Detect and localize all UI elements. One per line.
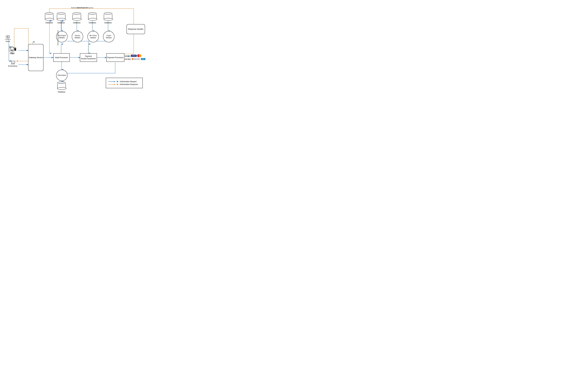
db1-cylinder: [45, 12, 53, 20]
tokenization-label: Tokenization: [57, 74, 66, 76]
svg-marker-49: [117, 81, 119, 82]
db2-body: [57, 14, 65, 20]
auth-request-vertical-label: Authorization Request: [57, 30, 59, 45]
initial-processor-box: Initial Processor: [53, 53, 70, 62]
legend-item-orange: Authorization Response: [108, 83, 140, 85]
db2-top: [57, 12, 65, 14]
initial-processor-label: Initial Processor: [55, 56, 68, 59]
mc-right: [139, 54, 141, 57]
legend-blue-label: Authorization Request: [120, 81, 136, 82]
db5-cylinder: [104, 12, 112, 20]
svg-point-47: [11, 63, 12, 64]
gateway-label: Gateway Service: [29, 56, 43, 59]
db3-body: [73, 14, 81, 20]
response-handler-box: Response Handler: [126, 24, 145, 34]
db3-wrap: Database: [73, 12, 81, 24]
db2-cylinder: [57, 12, 65, 20]
db4-wrap: Database: [88, 12, 97, 24]
db3-top: [73, 12, 81, 14]
svg-point-48: [13, 63, 14, 64]
payment-processor-label: Payment Processor: [107, 56, 123, 59]
legend-orange-label: Authorization Response: [120, 83, 138, 85]
crypto-validator-label: Crypto Validator: [103, 34, 114, 39]
db4-label: Database: [89, 22, 96, 24]
db6-cylinder: [57, 82, 66, 89]
bin-check-circle: Bin Check Validator: [87, 31, 99, 42]
iso-8583-top: ISO 8583: [125, 55, 131, 57]
db3-label: Database: [73, 22, 80, 24]
users-label: Users: [6, 40, 10, 42]
discover-text: DISCOVER: [134, 58, 140, 60]
gateway-box: Gateway Service: [28, 44, 43, 71]
payment-router-label: Payment Router/Transformer: [80, 55, 97, 60]
bin-check-label: Bin Check Validator: [88, 34, 98, 39]
service-validator-label: Service Validator: [72, 34, 83, 39]
orange-arrow-icon: [117, 84, 119, 85]
legend-item-blue: Authorization Request: [108, 81, 140, 82]
card-row-1: VISA: [131, 54, 145, 57]
db1-top: [45, 12, 53, 14]
amex-logo: AMEX: [141, 58, 145, 60]
db5-body: [104, 14, 112, 20]
users-icon: [5, 35, 11, 40]
db1-label: Database: [45, 22, 53, 24]
ecommerce-label: Ecommerce: [8, 65, 17, 67]
db3-cylinder: [73, 12, 81, 20]
response-handler-label: Response Handler: [128, 28, 143, 31]
db1-wrap: Database: [45, 12, 53, 24]
mastercard-logo: [137, 54, 141, 57]
iso-8583-bottom: ISO 8583: [125, 59, 131, 60]
card-row-2: DISCOVER AMEX: [131, 58, 145, 60]
db1-body: [45, 14, 53, 20]
auth-response-label-top: Authorization Response: [71, 7, 88, 9]
diagram: Authorization Response Database Database…: [0, 0, 147, 92]
db6-wrap: Database: [57, 82, 66, 92]
legend-line-blue: [108, 82, 116, 82]
payment-router-box: Payment Router/Transformer: [80, 53, 97, 62]
service-validator-circle: Service Validator: [72, 31, 83, 42]
crypto-validator-circle: Crypto Validator: [103, 31, 115, 42]
db2-label: Database: [57, 22, 65, 24]
users-icon-wrap: Users: [5, 35, 11, 42]
svg-marker-50: [117, 84, 119, 85]
tokenization-circle: Tokenization: [56, 70, 68, 81]
pos-svg: [8, 46, 16, 52]
blue-arrow-icon: [117, 81, 119, 82]
db4-cylinder: [88, 12, 97, 20]
db5-top: [104, 12, 112, 14]
db2-wrap: Database: [57, 12, 65, 24]
discover-logo: DISCOVER: [131, 58, 140, 60]
discover-circle: [132, 58, 134, 60]
db4-top: [88, 12, 97, 14]
db6-label: Database: [58, 91, 65, 92]
visa-logo: VISA: [131, 55, 136, 57]
card-logos: VISA DISCOVER AMEX: [131, 54, 145, 60]
db6-body: [57, 83, 66, 89]
payment-processor-box: Payment Processor: [106, 53, 124, 62]
legend-line-orange: [108, 84, 116, 84]
pos-wrap: POS: [8, 46, 16, 55]
ecommerce-wrap: Ecommerce: [8, 60, 17, 67]
svg-point-46: [9, 46, 14, 52]
db5-label: Database: [104, 22, 112, 24]
db5-wrap: Database: [104, 12, 112, 24]
pos-label2: POS: [10, 52, 13, 55]
legend-box: Authorization Request Authorization Resp…: [106, 78, 143, 88]
db6-top: [57, 82, 66, 84]
ecommerce-icon: [10, 60, 16, 65]
db4-body: [88, 14, 97, 20]
